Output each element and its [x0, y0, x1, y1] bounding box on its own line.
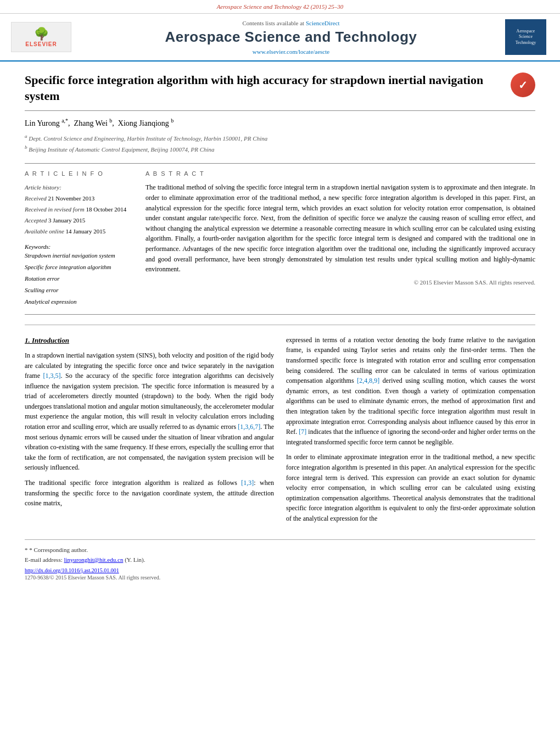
body-para-4: In order to eliminate approximate integr… [286, 452, 535, 523]
keyword-4: Sculling error [25, 284, 135, 296]
ref-1367[interactable]: [1,3,6,7] [238, 423, 260, 431]
history-revised: Received in revised form 18 October 2014 [25, 204, 135, 215]
doi-line: http://dx.doi.org/10.1016/j.ast.2015.01.… [25, 567, 535, 573]
corresponding-label: * Corresponding author. [29, 546, 88, 553]
body-col-right: expressed in terms of a rotation vector … [286, 335, 535, 529]
body-para-3: expressed in terms of a rotation vector … [286, 335, 535, 448]
top-bar: Aerospace Science and Technology 42 (201… [0, 0, 560, 14]
ast-logo-line3: Technology [516, 40, 536, 46]
history-online: Available online 14 January 2015 [25, 226, 135, 237]
elsevier-tree-icon: 🌳 [34, 27, 49, 41]
journal-reference: Aerospace Science and Technology 42 (201… [217, 3, 344, 10]
history-received: Received 21 November 2013 [25, 193, 135, 204]
ast-logo-container: Aerospace Science Technology [505, 19, 549, 55]
journal-header: 🌳 ELSEVIER Contents lists available at S… [0, 14, 560, 62]
affiliations: a Dept. Control Science and Engineering,… [25, 132, 535, 155]
abstract-copyright: © 2015 Elsevier Masson SAS. All rights r… [145, 279, 535, 286]
elsevier-logo-container: 🌳 ELSEVIER [11, 22, 77, 52]
article-info-label: A R T I C L E I N F O [25, 170, 135, 177]
history-accepted: Accepted 3 January 2015 [25, 215, 135, 226]
abstract-col: A B S T R A C T The traditional method o… [145, 170, 535, 307]
keywords-list: Strapdown inertial navigation system Spe… [25, 250, 135, 307]
abstract-text: The traditional method of solving the sp… [145, 182, 535, 274]
contents-link: Contents lists available at ScienceDirec… [77, 20, 505, 26]
contents-text: Contents lists available at [242, 20, 304, 26]
keyword-5: Analytical expression [25, 296, 135, 308]
email-label: E-mail address: [25, 556, 63, 563]
ast-logo-line2: Science [519, 34, 533, 40]
article-history: Article history: Received 21 November 20… [25, 182, 135, 237]
author-xiong: Xiong Jianqiong b [118, 119, 173, 127]
paper-title-section: Specific force integration algorithm wit… [25, 72, 535, 111]
keyword-2: Specific force integration algorithm [25, 261, 135, 273]
body-para-2: The traditional specific force integrati… [25, 478, 274, 509]
section1-heading: 1. Introduction [25, 335, 274, 346]
paper-content: Specific force integration algorithm wit… [0, 62, 560, 592]
body-col-left: 1. Introduction In a strapdown inertial … [25, 335, 274, 529]
footnote-corresponding: * * Corresponding author. [25, 545, 535, 555]
ref-2489[interactable]: [2,4,8,9] [357, 377, 379, 384]
ref-13[interactable]: [1,3] [241, 479, 254, 487]
keywords-section: Keywords: Strapdown inertial navigation … [25, 243, 135, 307]
elsevier-logo-text: ELSEVIER [25, 41, 57, 47]
crossmark-icon: ✓ [511, 72, 535, 97]
body-para-1: In a strapdown inertial navigation syste… [25, 350, 274, 473]
email-author-name: (Y. Lin). [125, 556, 145, 563]
ref-7[interactable]: [7] [299, 428, 306, 436]
author-email-link[interactable]: linyuronghit@hit.edu.cn [64, 556, 123, 563]
copyright-footer: 1270-9638/© 2015 Elsevier Masson SAS. Al… [25, 574, 535, 581]
doi-link[interactable]: http://dx.doi.org/10.1016/j.ast.2015.01.… [25, 567, 119, 573]
ref-135[interactable]: [1,3,5] [43, 372, 60, 380]
body-text: 1. Introduction In a strapdown inertial … [25, 335, 535, 529]
journal-url: www.elsevier.com/locate/aescte [77, 48, 505, 55]
journal-header-center: Contents lists available at ScienceDirec… [77, 20, 505, 55]
ast-logo-line1: Aerospace [517, 29, 535, 34]
paper-title: Specific force integration algorithm wit… [25, 72, 511, 104]
ast-logo: Aerospace Science Technology [505, 19, 546, 55]
keywords-label: Keywords: [25, 243, 135, 250]
keyword-1: Strapdown inertial navigation system [25, 250, 135, 261]
author-lin: Lin Yurong a,* [25, 119, 68, 127]
abstract-label: A B S T R A C T [145, 170, 535, 177]
affiliation-a: a Dept. Control Science and Engineering,… [25, 132, 535, 143]
keyword-3: Rotation error [25, 273, 135, 284]
journal-title: Aerospace Science and Technology [77, 29, 505, 46]
article-info-col: A R T I C L E I N F O Article history: R… [25, 170, 135, 307]
section-divider [25, 325, 535, 325]
footnote-star: * [25, 546, 28, 553]
elsevier-logo: 🌳 ELSEVIER [11, 22, 71, 52]
sciencedirect-link[interactable]: ScienceDirect [306, 20, 340, 26]
history-label: Article history: [25, 182, 135, 193]
affiliation-b: b Beijing Institute of Automatic Control… [25, 143, 535, 154]
paper-footer: * * Corresponding author. E-mail address… [25, 539, 535, 580]
author-zhang: Zhang Wei b [74, 119, 113, 127]
article-info-abstract: A R T I C L E I N F O Article history: R… [25, 163, 535, 314]
footnote-email: E-mail address: linyuronghit@hit.edu.cn … [25, 555, 535, 565]
authors-line: Lin Yurong a,*, Zhang Wei b, Xiong Jianq… [25, 118, 535, 128]
